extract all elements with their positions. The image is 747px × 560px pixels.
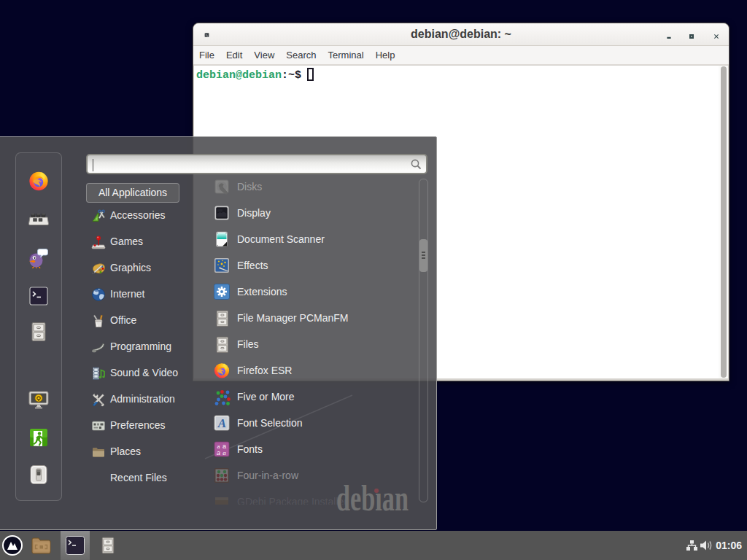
svg-text:A: A bbox=[217, 416, 226, 430]
svg-text:a: a bbox=[222, 449, 226, 456]
svg-text:a: a bbox=[217, 449, 220, 456]
